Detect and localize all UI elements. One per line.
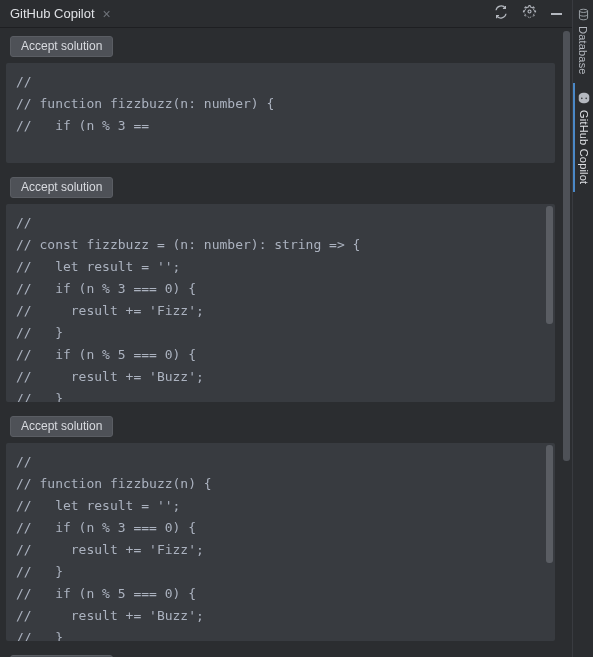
scrollbar-thumb[interactable]: [563, 31, 570, 461]
solutions-list: Accept solution// // function fizzbuzz(n…: [0, 28, 561, 657]
rail-item-database[interactable]: Database: [573, 0, 593, 83]
scrollbar-thumb[interactable]: [546, 206, 553, 324]
accept-solution-button[interactable]: Accept solution: [10, 36, 113, 57]
svg-point-0: [579, 9, 587, 12]
scrollbar-thumb[interactable]: [546, 445, 553, 563]
copilot-icon: [577, 91, 591, 105]
code-block[interactable]: // // function fizzbuzz(n) { // let resu…: [6, 443, 555, 641]
accept-solution-button[interactable]: Accept solution: [10, 416, 113, 437]
tool-rail: Database GitHub Copilot: [572, 0, 593, 657]
minimize-icon[interactable]: [551, 13, 562, 15]
solution: Accept solution: [6, 651, 555, 657]
rail-label: GitHub Copilot: [578, 110, 590, 184]
titlebar-actions: [494, 4, 566, 23]
close-icon[interactable]: ×: [103, 7, 111, 21]
panel-title: GitHub Copilot: [10, 6, 95, 21]
solution: Accept solution// // function fizzbuzz(n…: [6, 412, 555, 641]
code-block[interactable]: // // const fizzbuzz = (n: number): stri…: [6, 204, 555, 402]
gear-icon[interactable]: [522, 4, 537, 23]
accept-solution-button[interactable]: Accept solution: [10, 177, 113, 198]
panel-tab[interactable]: GitHub Copilot ×: [10, 6, 111, 21]
solution: Accept solution// // function fizzbuzz(n…: [6, 32, 555, 163]
titlebar: GitHub Copilot ×: [0, 0, 572, 28]
main-panel: GitHub Copilot × Accept solution// // fu…: [0, 0, 572, 657]
refresh-icon[interactable]: [494, 5, 508, 23]
database-icon: [577, 8, 590, 21]
solution: Accept solution// // const fizzbuzz = (n…: [6, 173, 555, 402]
scrollbar[interactable]: [561, 28, 572, 657]
code-block[interactable]: // // function fizzbuzz(n: number) { // …: [6, 63, 555, 163]
rail-item-copilot[interactable]: GitHub Copilot: [573, 83, 593, 192]
rail-label: Database: [577, 26, 589, 75]
